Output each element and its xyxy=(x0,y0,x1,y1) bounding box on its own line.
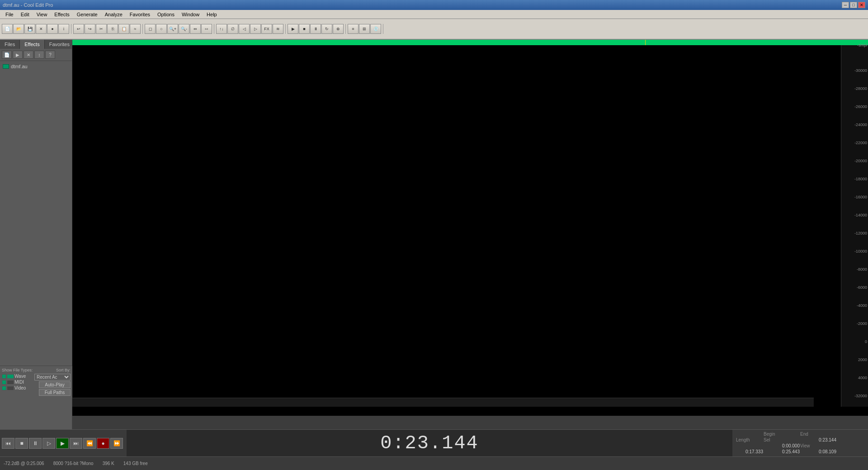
panel-info-btn[interactable]: ↕ xyxy=(34,51,44,59)
select-none-btn[interactable]: ○ xyxy=(156,24,167,34)
menu-item-favorites[interactable]: Favorites xyxy=(126,11,154,18)
menu-item-view[interactable]: View xyxy=(33,11,51,18)
zoom-out-btn[interactable]: 🔍- xyxy=(179,24,189,34)
copy-btn[interactable]: ⎘ xyxy=(107,24,118,34)
goto-end-btn[interactable]: ⏭ xyxy=(70,438,82,449)
effects-btn[interactable]: FX xyxy=(261,24,272,34)
play-btn2[interactable]: ▶ xyxy=(288,24,298,34)
toolbar: 📄 📂 💾 ✕ ● i ↩ ↪ ✂ ⎘ 📋 ≈ ◻ ○ 🔍+ 🔍- ⇔ ⇿ ↑↓… xyxy=(0,19,868,40)
toolbar-group-1: 📄 📂 💾 ✕ ● i xyxy=(2,24,71,34)
video-checkbox[interactable] xyxy=(2,386,6,390)
pause-btn[interactable]: ⏸ xyxy=(29,438,42,449)
goto-start-btn[interactable]: ⏮ xyxy=(2,438,14,449)
ff-btn[interactable]: ⏩ xyxy=(110,438,123,449)
panel-new-btn[interactable]: 📄 xyxy=(2,51,12,59)
video-label: Video xyxy=(14,385,26,390)
normalize-btn[interactable]: ↑↓ xyxy=(216,24,227,34)
wave-checkbox[interactable] xyxy=(2,374,6,379)
toolbar-group-4: ↑↓ ∅ ◁ ▷ FX ≋ xyxy=(216,24,286,34)
file-list: dtmf.au xyxy=(0,61,72,72)
rw-btn[interactable]: ⏪ xyxy=(83,438,96,449)
filter-btn[interactable]: ≋ xyxy=(273,24,283,34)
batch-btn[interactable]: ⊞ xyxy=(359,24,370,34)
menu-item-help[interactable]: Help xyxy=(203,11,221,18)
progress-fill xyxy=(72,40,868,45)
video-type-row: Video xyxy=(2,385,26,390)
select-all-btn[interactable]: ◻ xyxy=(145,24,156,34)
menu-item-analyze[interactable]: Analyze xyxy=(101,11,126,18)
close-file-btn[interactable]: ✕ xyxy=(36,24,47,34)
play-sel-btn[interactable]: ▷ xyxy=(42,438,55,449)
stop-btn2[interactable]: ■ xyxy=(299,24,310,34)
paste-btn[interactable]: 📋 xyxy=(118,24,129,34)
sort-by-label: Sort By: xyxy=(56,368,71,372)
end-label: End xyxy=(800,432,836,437)
menu-item-generate[interactable]: Generate xyxy=(73,11,101,18)
multitrack-btn[interactable]: ≡ xyxy=(348,24,359,34)
pause-btn2[interactable]: ⏸ xyxy=(310,24,321,34)
amplitude-axis: -smpl -30000 -28000 -26000 -24000 -22000… xyxy=(841,45,868,407)
menu-item-window[interactable]: Window xyxy=(178,11,203,18)
left-panel: Files Effects Favorites 📄 ▶ ✕ ↕ ? dtmf.a… xyxy=(0,40,72,443)
midi-label: MIDI xyxy=(14,380,24,385)
sort-dropdown[interactable]: Recent Ac xyxy=(34,374,71,381)
audio-info: 8000 ?16-bit ?Mono xyxy=(53,461,94,466)
time-info: Begin End Length Sel 0:23.144 0:00.000 V… xyxy=(732,429,868,456)
rec-btn[interactable]: ● xyxy=(97,438,109,449)
mem-info: 396 K xyxy=(103,461,114,466)
record-btn[interactable]: ● xyxy=(47,24,58,34)
cut-btn[interactable]: ✂ xyxy=(96,24,107,34)
menu-bar: FileEditViewEffectsGenerateAnalyzeFavori… xyxy=(0,10,868,19)
undo-btn[interactable]: ↩ xyxy=(73,24,84,34)
loop-btn[interactable]: ↻ xyxy=(321,24,332,34)
zoom-sel-btn[interactable]: ⇔ xyxy=(190,24,201,34)
punch-btn[interactable]: ⊕ xyxy=(333,24,344,34)
status-bar: -72.2dB @ 0:25.006 8000 ?16-bit ?Mono 39… xyxy=(0,456,868,470)
panel-close-btn[interactable]: ✕ xyxy=(24,51,33,59)
midi-checkbox[interactable] xyxy=(2,380,6,385)
file-item[interactable]: dtmf.au xyxy=(2,63,70,70)
toolbar-group-2: ↩ ↪ ✂ ⎘ 📋 ≈ xyxy=(73,24,143,34)
zoom-in-btn[interactable]: 🔍+ xyxy=(167,24,178,34)
title-text: dtmf.au - Cool Edit Pro xyxy=(3,2,53,8)
close-button[interactable]: ✕ xyxy=(858,2,865,8)
ti-empty xyxy=(736,432,763,437)
tab-files[interactable]: Files xyxy=(0,40,20,49)
save-btn[interactable]: 💾 xyxy=(24,24,35,34)
menu-item-edit[interactable]: Edit xyxy=(17,11,33,18)
full-paths-btn[interactable]: Full Paths xyxy=(39,389,71,396)
sel-label: Sel xyxy=(764,437,800,443)
disk-info: 143 GB free xyxy=(123,461,148,466)
amp-label-30000: -30000 xyxy=(854,68,867,73)
menu-item-file[interactable]: File xyxy=(2,11,17,18)
auto-play-btn[interactable]: Auto-Play xyxy=(39,381,71,388)
show-file-types-label: Show File Types: xyxy=(2,368,33,372)
minimize-button[interactable]: ─ xyxy=(842,2,849,8)
stop-btn[interactable]: ■ xyxy=(15,438,28,449)
view-length-val: 0:08.109 xyxy=(800,449,836,455)
tab-favorites[interactable]: Favorites xyxy=(45,40,75,49)
new-btn[interactable]: 📄 xyxy=(2,24,13,34)
toolbar-group-6: ≡ ⊞ 💿 xyxy=(348,24,383,34)
fade-in-btn[interactable]: ◁ xyxy=(239,24,250,34)
open-btn[interactable]: 📂 xyxy=(13,24,24,34)
zoom-full-btn[interactable]: ⇿ xyxy=(201,24,212,34)
db-level: -72.2dB @ 0:25.006 xyxy=(4,461,44,466)
maximize-button[interactable]: □ xyxy=(850,2,857,8)
tab-effects[interactable]: Effects xyxy=(20,40,44,49)
panel-open-btn[interactable]: ▶ xyxy=(13,51,23,59)
menu-item-effects[interactable]: Effects xyxy=(51,11,73,18)
redo-btn[interactable]: ↪ xyxy=(85,24,95,34)
transport-bar: ⏮ ■ ⏸ ▷ ▶ ⏭ ⏪ ● ⏩ xyxy=(0,429,127,456)
wave-label: Wave xyxy=(14,374,26,379)
silence-btn[interactable]: ∅ xyxy=(227,24,238,34)
toolbar-group-5: ▶ ■ ⏸ ↻ ⊕ xyxy=(288,24,346,34)
fade-out-btn[interactable]: ▷ xyxy=(250,24,261,34)
mix-btn[interactable]: ≈ xyxy=(130,24,141,34)
menu-item-options[interactable]: Options xyxy=(154,11,178,18)
panel-help-btn[interactable]: ? xyxy=(45,51,55,59)
cd-btn[interactable]: 💿 xyxy=(370,24,381,34)
info-btn[interactable]: i xyxy=(58,24,69,34)
waveform-canvas[interactable] xyxy=(72,45,841,407)
play-btn[interactable]: ▶ xyxy=(56,438,69,449)
